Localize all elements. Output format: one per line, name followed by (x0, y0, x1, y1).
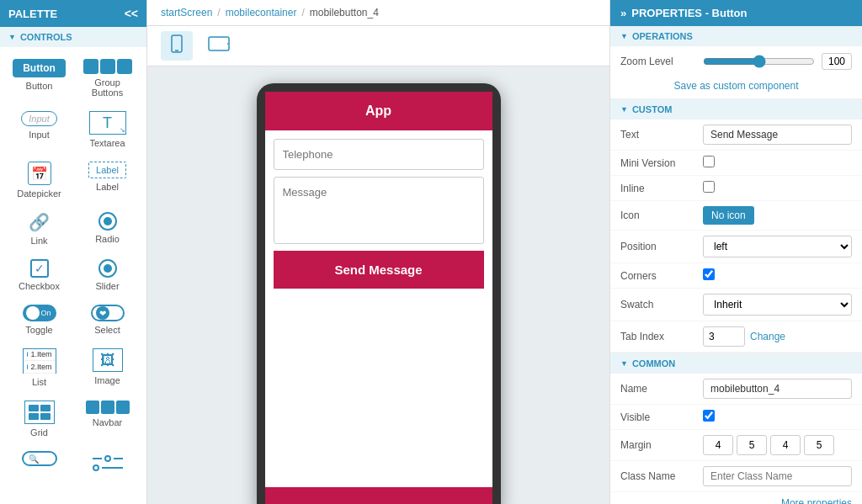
breadcrumb-mobile-container[interactable]: mobilecontainer (226, 7, 297, 19)
breadcrumb: startScreen / mobilecontainer / mobilebu… (147, 0, 609, 26)
zoom-slider[interactable] (703, 55, 815, 68)
custom-section-title[interactable]: CUSTOM (610, 99, 862, 119)
tab-index-input[interactable] (703, 326, 745, 347)
textarea-icon: T ↘ (89, 111, 126, 135)
palette-item-grid[interactable]: Grid (7, 395, 72, 443)
select-icon: ❤ (91, 305, 125, 321)
name-label: Name (620, 383, 696, 395)
palette-header: PALETTE << (0, 0, 146, 27)
zoom-label: Zoom Level (620, 56, 696, 67)
margin-right-input[interactable] (737, 435, 767, 455)
palette-item-toggle[interactable]: On Toggle (7, 300, 72, 340)
svg-rect-2 (209, 37, 229, 50)
common-section: COMMON Name Visible Margin Class Name (610, 353, 862, 504)
name-input[interactable] (703, 379, 852, 399)
text-row: Text (610, 119, 862, 151)
breadcrumb-start-screen[interactable]: startScreen (161, 7, 212, 19)
custom-section: CUSTOM Text Mini Version Inline Icon No … (610, 99, 862, 353)
margin-left-input[interactable] (804, 435, 834, 455)
save-custom-row: Save as custom component (610, 77, 862, 98)
mini-version-checkbox[interactable] (703, 156, 715, 167)
palette-item-group-buttons[interactable]: Group Buttons (75, 54, 140, 103)
corners-checkbox[interactable] (703, 268, 715, 280)
text-label: Text (620, 129, 696, 141)
no-icon-button[interactable]: No icon (703, 206, 754, 225)
margin-bottom-input[interactable] (770, 435, 801, 455)
zoom-row: Zoom Level (610, 46, 862, 77)
corners-label: Corners (620, 270, 696, 282)
checkbox-icon: ✓ (30, 259, 49, 278)
canvas-panel: startScreen / mobilecontainer / mobilebu… (147, 0, 609, 504)
inline-row: Inline (610, 176, 862, 201)
phone-content: Send Message (265, 130, 492, 487)
palette-item-input[interactable]: Input Input (7, 106, 72, 153)
palette-item-label: Datepicker (17, 188, 61, 199)
input-icon: Input (21, 111, 56, 126)
palette-item-textarea[interactable]: T ↘ Textarea (75, 106, 140, 153)
icon-label: Icon (620, 210, 696, 221)
class-name-input[interactable] (703, 466, 852, 486)
phone-frame: App Send Message (257, 83, 501, 504)
palette-item-link[interactable]: 🔗 Link (7, 207, 72, 251)
inline-checkbox[interactable] (703, 181, 715, 193)
position-label: Position (620, 241, 696, 252)
palette-item-label: Group Buttons (78, 77, 136, 98)
swatch-row: Swatch Inherit Primary Secondary (610, 289, 862, 321)
group-buttons-icon (83, 59, 132, 74)
position-select[interactable]: left right center (703, 236, 852, 257)
phone-telephone-input[interactable] (274, 139, 484, 170)
palette-item-label: Link (30, 236, 47, 246)
tab-index-label: Tab Index (620, 331, 696, 342)
palette-item-label: Input (29, 130, 49, 140)
radio-icon (98, 212, 117, 231)
class-name-label: Class Name (620, 470, 696, 482)
change-link[interactable]: Change (750, 331, 785, 342)
palette-item-image[interactable]: 🖼 Image (75, 343, 140, 392)
palette-item-datepicker[interactable]: 📅 Datepicker (7, 157, 72, 204)
palette-title: PALETTE (8, 8, 57, 20)
name-row: Name (610, 374, 862, 405)
palette-item-label: Toggle (25, 325, 52, 335)
palette-item-label-ctrl[interactable]: Label Label (75, 157, 140, 204)
position-row: Position left right center (610, 231, 862, 263)
palette-item-label: Slider (95, 281, 119, 291)
palette-item-list[interactable]: 1.Item 2.Item List (7, 343, 72, 392)
palette-collapse-button[interactable]: << (125, 7, 138, 20)
settings-icon (93, 451, 123, 475)
tablet-icon (208, 34, 230, 53)
palette-panel: PALETTE << CONTROLS Button Button Group … (0, 0, 147, 504)
mobile-view-button[interactable] (161, 31, 193, 61)
palette-item-radio[interactable]: Radio (75, 207, 140, 251)
phone-app-bar: App (265, 92, 492, 130)
phone-message-input[interactable] (274, 177, 484, 244)
palette-item-navbar[interactable]: Navbar (75, 395, 140, 443)
palette-item-button[interactable]: Button Button (7, 54, 72, 103)
properties-panel: PROPERTIES - Button OPERATIONS Zoom Leve… (609, 0, 862, 504)
corners-row: Corners (610, 263, 862, 289)
icon-row: Icon No icon (610, 201, 862, 231)
list-icon: 1.Item 2.Item (23, 348, 56, 374)
palette-item-label: List (32, 377, 46, 387)
palette-item-slider[interactable]: Slider (75, 254, 140, 296)
view-toolbar (147, 26, 609, 66)
text-value (703, 125, 852, 145)
zoom-value-input[interactable] (822, 53, 852, 70)
palette-item-search[interactable]: 🔍 (7, 446, 72, 483)
more-properties-link[interactable]: More properties (781, 497, 852, 504)
swatch-select[interactable]: Inherit Primary Secondary (703, 294, 852, 316)
operations-section-title[interactable]: OPERATIONS (610, 26, 862, 46)
common-section-title[interactable]: COMMON (610, 353, 862, 374)
save-custom-link[interactable]: Save as custom component (673, 80, 798, 92)
visible-checkbox[interactable] (703, 410, 715, 422)
palette-item-checkbox[interactable]: ✓ Checkbox (7, 254, 72, 296)
text-input[interactable] (703, 125, 852, 145)
palette-item-settings[interactable] (75, 446, 140, 483)
phone-send-button[interactable]: Send Message (274, 251, 484, 289)
margin-row: Margin (610, 430, 862, 461)
toggle-icon: On (23, 305, 56, 321)
margin-top-input[interactable] (703, 435, 733, 455)
datepicker-icon: 📅 (28, 162, 51, 185)
palette-item-select[interactable]: ❤ Select (75, 300, 140, 340)
phone-screen: App Send Message (265, 92, 492, 504)
tablet-view-button[interactable] (201, 31, 237, 61)
